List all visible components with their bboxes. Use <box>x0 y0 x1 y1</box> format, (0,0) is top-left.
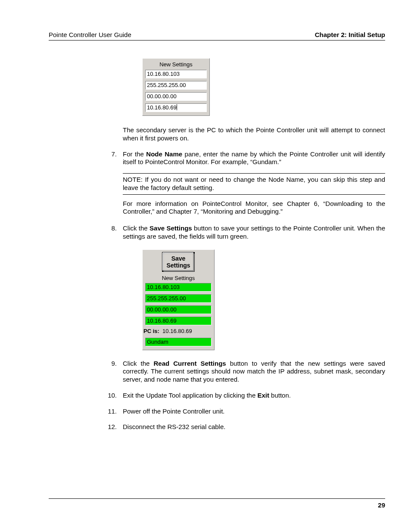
figure1-field-secondary: 10.16.80.69 <box>145 103 207 112</box>
page-number: 29 <box>49 498 385 509</box>
step-8-body: Click the Save Settings button to save y… <box>123 224 385 241</box>
step-12-body: Disconnect the RS-232 serial cable. <box>123 423 385 431</box>
step-12-number: 12. <box>102 423 117 431</box>
step7-moreinfo: For more information on PointeControl Mo… <box>123 200 385 216</box>
page-header: Pointe Controller User Guide Chapter 2: … <box>49 31 385 40</box>
pc-is-value: 10.16.80.69 <box>162 328 192 334</box>
step9-bold-readcurrent: Read Current Settings <box>154 360 226 367</box>
step7-note: NOTE: If you do not want or need to chan… <box>123 173 385 195</box>
step-10-body: Exit the Update Tool application by clic… <box>123 392 385 400</box>
step-11-body: Power off the Pointe Controller unit. <box>123 408 385 416</box>
step-11-number: 11. <box>102 408 117 416</box>
step7-text-a: For the <box>123 150 146 158</box>
step-9-body: Click the Read Current Settings button t… <box>123 360 385 384</box>
save-settings-button[interactable]: Save Settings <box>163 253 193 271</box>
paragraph-secondary-server: The secondary server is the PC to which … <box>123 126 385 143</box>
save-settings-button-line1: Save <box>171 255 186 262</box>
figure2-title: New Settings <box>145 275 212 281</box>
figure1-field-ip: 10.16.80.103 <box>145 70 207 78</box>
pc-is-row: PC is: 10.16.80.69 <box>143 328 212 334</box>
figure-new-settings-white: New Settings 10.16.80.103 255.255.255.00… <box>142 58 210 116</box>
step-12: 12. Disconnect the RS-232 serial cable. <box>123 423 385 431</box>
step-11: 11. Power off the Pointe Controller unit… <box>123 408 385 416</box>
step-8-number: 8. <box>102 224 117 241</box>
step-8: 8. Click the Save Settings button to sav… <box>123 224 385 241</box>
figure2-field-secondary: 10.16.80.69 <box>145 317 212 325</box>
step9-text-a: Click the <box>123 360 154 367</box>
figure2-field-gateway: 00.00.00.00 <box>145 305 212 314</box>
figure1-title: New Settings <box>145 61 207 68</box>
text-caret-icon <box>177 104 177 110</box>
step-7-body: For the Node Name pane, enter the name b… <box>123 150 385 216</box>
save-settings-button-line2: Settings <box>166 262 190 269</box>
figure1-field-secondary-value: 10.16.80.69 <box>147 104 177 111</box>
save-settings-button-wrap: Save Settings <box>145 253 212 271</box>
figure1-field-gateway: 00.00.00.00 <box>145 92 207 101</box>
document-page: Pointe Controller User Guide Chapter 2: … <box>0 0 411 532</box>
header-chapter: Chapter 2: Initial Setup <box>315 31 385 38</box>
pc-is-label: PC is: <box>143 328 159 334</box>
step7-bold-nodename: Node Name <box>146 150 182 158</box>
step-10: 10. Exit the Update Tool application by … <box>123 392 385 400</box>
step10-text-a: Exit the Update Tool application by clic… <box>123 392 257 399</box>
figure2-field-ip: 10.16.80.103 <box>145 283 212 292</box>
step-9-number: 9. <box>102 360 117 384</box>
step-7: 7. For the Node Name pane, enter the nam… <box>123 150 385 216</box>
step10-bold-exit: Exit <box>257 392 269 399</box>
step-9: 9. Click the Read Current Settings butto… <box>123 360 385 384</box>
figure1-field-subnet: 255.255.255.00 <box>145 81 207 90</box>
figure-new-settings-green: Save Settings New Settings 10.16.80.103 … <box>142 249 215 350</box>
step8-text-a: Click the <box>123 224 149 232</box>
header-doc-title: Pointe Controller User Guide <box>49 31 131 38</box>
page-content: New Settings 10.16.80.103 255.255.255.00… <box>123 58 385 431</box>
step8-bold-savesettings: Save Settings <box>149 224 192 232</box>
figure2-field-subnet: 255.255.255.00 <box>145 294 212 303</box>
step-10-number: 10. <box>102 392 117 400</box>
step-7-number: 7. <box>102 150 117 216</box>
step10-text-b: button. <box>269 392 291 399</box>
figure2-field-nodename: Gundam <box>145 338 212 346</box>
